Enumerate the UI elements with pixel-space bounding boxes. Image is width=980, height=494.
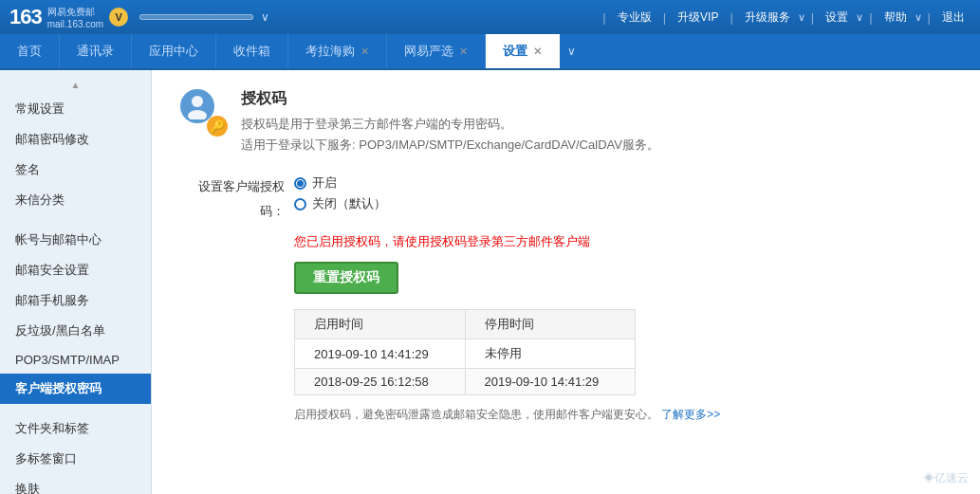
tab-inbox[interactable]: 收件箱 (216, 34, 288, 68)
sidebar-item-skin[interactable]: 换肤 (0, 474, 151, 494)
radio-off-button[interactable] (294, 198, 306, 210)
watermark: ◈亿速云 (923, 470, 969, 486)
dropdown-arrow-icon[interactable]: ∨ (261, 10, 269, 24)
warning-text: 您已启用授权码，请使用授权码登录第三方邮件客户端 (294, 233, 952, 250)
logo-163: 163 (9, 5, 42, 29)
sidebar-item-account-center[interactable]: 帐号与邮箱中心 (0, 225, 151, 255)
logo-area: 163 网易免费邮 mail.163.com V ∨ (9, 5, 269, 29)
main-layout: ▲ 常规设置 邮箱密码修改 签名 来信分类 帐号与邮箱中心 邮箱安全设置 邮箱手… (0, 70, 980, 494)
nav-pro[interactable]: 专业版 (612, 9, 657, 26)
content-desc1: 授权码是用于登录第三方邮件客户端的专用密码。 (241, 114, 659, 135)
tab-contacts[interactable]: 通讯录 (60, 34, 132, 68)
sidebar-item-signature[interactable]: 签名 (0, 155, 151, 185)
tab-more-button[interactable]: ∨ (560, 34, 583, 68)
sidebar-item-antispam[interactable]: 反垃圾/黑白名单 (0, 316, 151, 346)
sidebar-item-general[interactable]: 常规设置 (0, 94, 151, 124)
sidebar: ▲ 常规设置 邮箱密码修改 签名 来信分类 帐号与邮箱中心 邮箱安全设置 邮箱手… (0, 70, 152, 494)
top-bar: 163 网易免费邮 mail.163.com V ∨ | 专业版 | 升级VIP… (0, 0, 980, 34)
form-label: 设置客户端授权码： (180, 174, 294, 224)
logo-sub2: mail.163.com (47, 19, 103, 29)
nav-settings[interactable]: 设置 (820, 9, 854, 26)
radio-on-button[interactable] (294, 177, 306, 190)
tab-settings-close[interactable]: ✕ (533, 46, 542, 58)
sidebar-item-mobile[interactable]: 邮箱手机服务 (0, 285, 151, 316)
tab-home[interactable]: 首页 (0, 34, 60, 68)
table-row: 2019-09-10 14:41:29 未停用 (295, 339, 636, 369)
avatar-icon: 🔑 (180, 89, 228, 137)
sidebar-item-password[interactable]: 邮箱密码修改 (0, 124, 151, 155)
logo-v-icon: V (109, 8, 128, 27)
sidebar-item-authcode[interactable]: 客户端授权密码 (0, 374, 151, 404)
nav-help[interactable]: 帮助 (878, 9, 913, 26)
form-controls: 开启 关闭（默认） (294, 174, 386, 212)
service-dropdown-icon[interactable]: ∨ (798, 11, 805, 24)
content-desc2: 适用于登录以下服务: POP3/IMAP/SMTP/Exchange/CardD… (241, 135, 659, 156)
nav-upgrade-service[interactable]: 升级服务 (739, 9, 796, 26)
sidebar-gap-2 (0, 404, 151, 413)
top-bar-actions: | 专业版 | 升级VIP | 升级服务 ∨ | 设置 ∨ | 帮助 ∨ | 退… (599, 9, 971, 26)
radio-off-label: 关闭（默认） (312, 195, 386, 212)
content-header: 🔑 授权码 授权码是用于登录第三方邮件客户端的专用密码。 适用于登录以下服务: … (180, 89, 952, 156)
nav-logout[interactable]: 退出 (936, 9, 971, 26)
person-svg (184, 93, 211, 119)
radio-on-label: 开启 (312, 174, 337, 192)
radio-on-row[interactable]: 开启 (294, 174, 386, 192)
sidebar-item-security[interactable]: 邮箱安全设置 (0, 255, 151, 285)
nav-tabs: 首页 通讯录 应用中心 收件箱 考拉海购 ✕ 网易严选 ✕ 设置 ✕ ∨ (0, 34, 980, 70)
tab-settings[interactable]: 设置 ✕ (486, 34, 560, 68)
auth-table: 启用时间 停用时间 2019-09-10 14:41:29 未停用 2018-0… (294, 309, 636, 395)
content-header-text: 授权码 授权码是用于登录第三方邮件客户端的专用密码。 适用于登录以下服务: PO… (241, 89, 659, 156)
scroll-up-indicator: ▲ (0, 76, 151, 94)
svg-point-0 (192, 96, 203, 107)
footer-note: 启用授权码，避免密码泄露造成邮箱安全隐患，使用邮件客户端更安心。 了解更多>> (294, 407, 952, 423)
content-area: 🔑 授权码 授权码是用于登录第三方邮件客户端的专用密码。 适用于登录以下服务: … (152, 70, 980, 494)
footer-text: 启用授权码，避免密码泄露造成邮箱安全隐患，使用邮件客户端更安心。 (294, 408, 658, 421)
user-email-box[interactable] (139, 14, 253, 20)
key-icon: 🔑 (207, 116, 228, 137)
tab-kaola-close[interactable]: ✕ (361, 46, 369, 58)
reset-authcode-button[interactable]: 重置授权码 (294, 262, 398, 294)
tab-kaola[interactable]: 考拉海购 ✕ (288, 34, 387, 68)
help-dropdown-icon[interactable]: ∨ (915, 11, 922, 24)
table-cell-start-0: 2019-09-10 14:41:29 (295, 339, 466, 369)
sidebar-item-filter[interactable]: 来信分类 (0, 185, 151, 215)
table-cell-start-1: 2018-09-25 16:12:58 (295, 369, 466, 395)
sidebar-gap-1 (0, 215, 151, 225)
table-cell-end-0: 未停用 (465, 339, 636, 369)
sidebar-item-folder[interactable]: 文件夹和标签 (0, 413, 151, 444)
form-row-radio: 设置客户端授权码： 开启 关闭（默认） (180, 174, 952, 224)
content-title: 授权码 (241, 89, 659, 109)
table-col-end: 停用时间 (465, 310, 636, 339)
sidebar-item-multitab[interactable]: 多标签窗口 (0, 444, 151, 474)
radio-off-row[interactable]: 关闭（默认） (294, 195, 386, 212)
tab-appcenter[interactable]: 应用中心 (132, 34, 216, 68)
sidebar-item-pop3[interactable]: POP3/SMTP/IMAP (0, 346, 151, 374)
tab-yanxuan-close[interactable]: ✕ (459, 46, 468, 58)
table-col-start: 启用时间 (295, 310, 466, 339)
logo-sub1: 网易免费邮 (47, 6, 103, 19)
table-cell-end-1: 2019-09-10 14:41:29 (465, 369, 636, 395)
tab-yanxuan[interactable]: 网易严选 ✕ (387, 34, 486, 68)
learn-more-link[interactable]: 了解更多>> (661, 408, 720, 421)
settings-dropdown-icon[interactable]: ∨ (856, 11, 863, 24)
svg-point-1 (188, 110, 207, 119)
table-row: 2018-09-25 16:12:58 2019-09-10 14:41:29 (295, 369, 636, 395)
nav-upgrade-vip[interactable]: 升级VIP (672, 9, 724, 26)
